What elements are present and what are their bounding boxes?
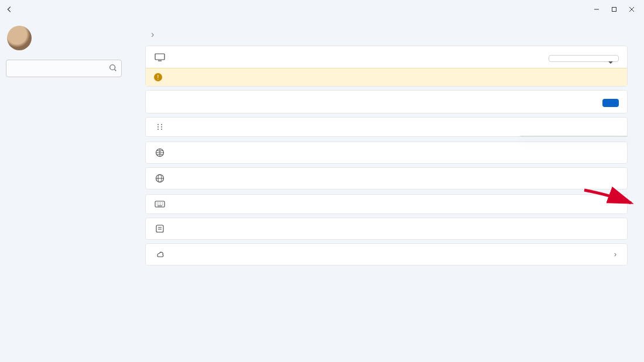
license-banner: ! <box>146 68 627 86</box>
drag-handle-icon[interactable] <box>154 123 166 130</box>
backup-icon <box>154 250 166 259</box>
display-language-card: ! <box>145 46 628 87</box>
globe-format-icon <box>154 174 166 183</box>
svg-rect-0 <box>612 8 616 12</box>
country-region-card[interactable] <box>145 142 628 164</box>
preferred-languages-card <box>145 90 628 113</box>
regional-format-card[interactable] <box>145 167 628 189</box>
display-language-dropdown[interactable] <box>549 55 619 62</box>
chevron-right-icon: › <box>151 29 154 40</box>
avatar <box>7 26 32 50</box>
back-button[interactable] <box>4 4 15 15</box>
search-input[interactable] <box>6 60 122 77</box>
keyboard-icon <box>154 201 166 208</box>
sidebar <box>0 19 128 362</box>
typing-card[interactable] <box>145 194 628 214</box>
svg-point-4 <box>161 124 162 125</box>
svg-point-3 <box>157 124 159 125</box>
warning-icon: ! <box>154 73 162 81</box>
svg-rect-2 <box>155 54 165 60</box>
svg-rect-13 <box>156 225 163 232</box>
admin-icon <box>154 224 166 233</box>
preferred-language-item[interactable] <box>145 117 628 137</box>
admin-language-card[interactable] <box>145 218 628 240</box>
search-icon <box>109 64 117 74</box>
breadcrumb: › <box>145 29 628 40</box>
minimize-button[interactable] <box>588 1 605 18</box>
add-language-button[interactable] <box>602 99 619 107</box>
svg-point-6 <box>161 126 162 127</box>
content: › ! <box>128 19 644 362</box>
svg-point-8 <box>161 129 162 130</box>
profile-block[interactable] <box>6 23 122 53</box>
title-bar <box>0 0 644 19</box>
svg-point-5 <box>157 126 159 127</box>
svg-point-7 <box>157 129 159 130</box>
globe-icon <box>154 148 166 157</box>
close-button[interactable] <box>623 1 640 18</box>
add-language-popup[interactable] <box>520 136 628 137</box>
windows-backup-card[interactable]: › <box>145 243 628 266</box>
maximize-button[interactable] <box>605 1 623 18</box>
monitor-icon <box>154 53 166 61</box>
svg-point-1 <box>110 65 115 70</box>
chevron-right-icon: › <box>612 250 619 258</box>
